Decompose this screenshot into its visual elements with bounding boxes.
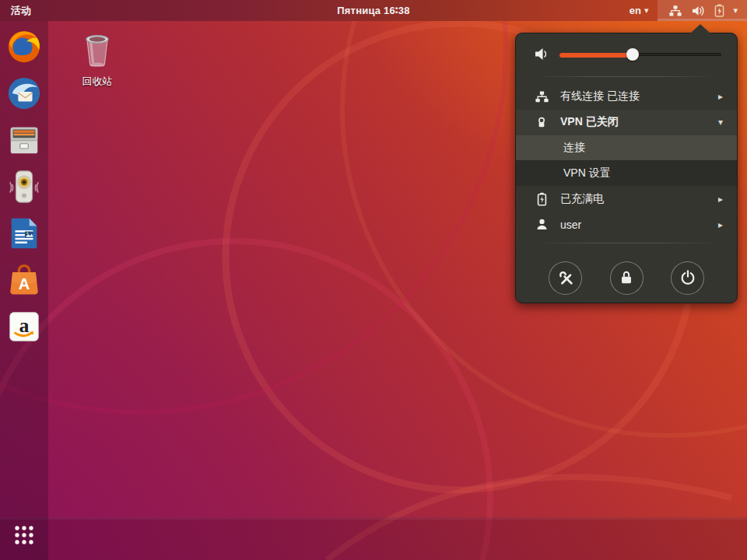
keyboard-layout-button[interactable]: en ▾ <box>620 0 658 21</box>
lock-button[interactable] <box>610 261 644 295</box>
trash-desktop-icon[interactable]: 回收站 <box>72 30 123 89</box>
system-menu-popup: 有线连接 已连接 ▸ VPN 已关闭 ▾ 连接 VPN 设置 <box>515 33 738 303</box>
menu-item-vpn[interactable]: VPN 已关闭 ▾ <box>516 110 737 135</box>
battery-full-charged-icon <box>537 192 547 206</box>
separator <box>533 76 720 77</box>
clock-label: Пятница 16∶38 <box>337 5 409 16</box>
chevron-down-icon: ▾ <box>718 117 726 128</box>
libreoffice-writer-icon <box>6 215 42 251</box>
amazon-icon: a <box>6 309 42 345</box>
volume-row <box>516 38 737 71</box>
show-applications-button[interactable] <box>5 516 43 554</box>
vpn-settings-label: VPN 设置 <box>563 166 726 180</box>
battery-status-label: 已充满电 <box>560 192 707 206</box>
clock-button[interactable]: Пятница 16∶38 <box>337 5 409 16</box>
chevron-down-icon: ▾ <box>644 5 649 16</box>
ubuntu-software-icon: A <box>6 262 42 298</box>
speaker-icon[interactable] <box>533 47 550 61</box>
vpn-label: VPN 已关闭 <box>560 115 707 129</box>
battery-charging-icon <box>714 4 724 17</box>
vpn-lock-icon <box>535 116 548 129</box>
wallpaper-bottom-band <box>0 517 747 560</box>
dock-item-amazon[interactable]: a <box>5 308 43 345</box>
top-bar: 活动 Пятница 16∶38 en ▾ ▾ <box>0 0 747 21</box>
trash-can-icon <box>78 30 117 70</box>
volume-fill <box>559 53 633 58</box>
dock: A a <box>0 21 48 560</box>
menu-item-vpn-connect[interactable]: 连接 <box>516 135 737 161</box>
chevron-down-icon: ▾ <box>733 5 738 16</box>
dock-item-libreoffice-writer[interactable] <box>5 215 43 252</box>
trash-label: 回收站 <box>72 75 123 89</box>
settings-tools-icon <box>557 269 574 286</box>
network-wired-icon <box>668 5 682 17</box>
power-icon <box>679 269 696 286</box>
settings-button[interactable] <box>549 261 582 295</box>
firefox-icon <box>6 29 42 65</box>
menu-item-battery[interactable]: 已充满电 ▸ <box>516 186 737 212</box>
show-applications-grid-icon <box>14 525 34 545</box>
keyboard-layout-label: en <box>630 5 641 16</box>
vpn-connect-label: 连接 <box>563 141 726 155</box>
chevron-right-icon: ▸ <box>718 219 726 230</box>
chevron-right-icon: ▸ <box>718 91 726 102</box>
lock-icon <box>618 269 635 286</box>
top-bar-right: en ▾ ▾ <box>620 0 747 21</box>
activities-label: 活动 <box>11 4 31 18</box>
dock-item-rhythmbox[interactable] <box>5 168 43 205</box>
wired-connection-label: 有线连接 已连接 <box>560 89 707 103</box>
volume-icon <box>691 5 706 17</box>
power-button[interactable] <box>671 261 704 295</box>
thunderbird-icon <box>6 75 42 111</box>
menu-item-user[interactable]: user ▸ <box>516 212 737 237</box>
activities-button[interactable]: 活动 <box>0 0 42 21</box>
dock-item-files[interactable] <box>5 121 43 159</box>
chevron-right-icon: ▸ <box>718 194 726 205</box>
svg-text:a: a <box>19 314 30 337</box>
separator <box>533 243 720 243</box>
menu-item-wired-connection[interactable]: 有线连接 已连接 ▸ <box>516 84 737 110</box>
network-wired-icon <box>535 90 549 103</box>
menu-item-vpn-settings[interactable]: VPN 设置 <box>516 160 737 186</box>
system-tray-button[interactable]: ▾ <box>658 0 747 21</box>
dock-item-thunderbird[interactable] <box>5 75 43 112</box>
user-icon <box>535 218 549 231</box>
volume-handle[interactable] <box>626 48 639 61</box>
svg-text:A: A <box>19 275 30 292</box>
volume-slider[interactable] <box>559 47 721 61</box>
dock-item-firefox[interactable] <box>5 28 43 65</box>
files-icon <box>6 122 42 158</box>
dock-item-ubuntu-software[interactable]: A <box>5 261 43 299</box>
system-actions-row <box>516 254 737 295</box>
user-label: user <box>560 219 707 231</box>
rhythmbox-icon <box>6 169 42 205</box>
